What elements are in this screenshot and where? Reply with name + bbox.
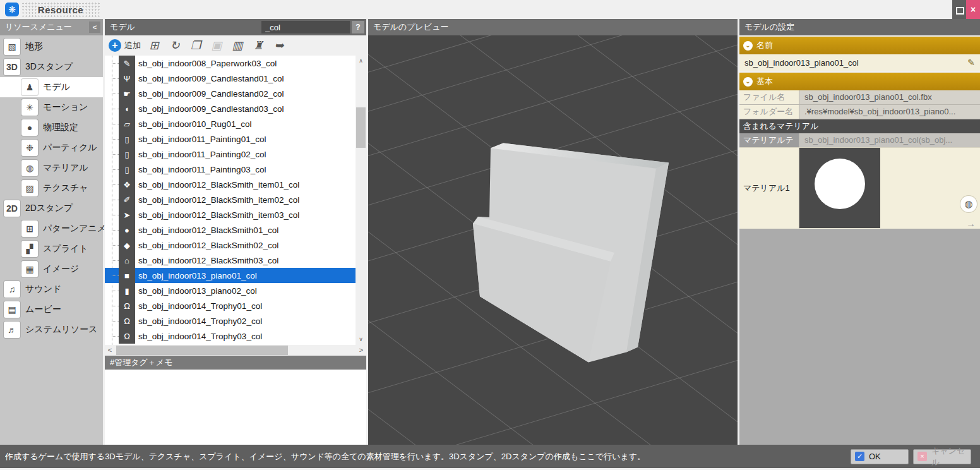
sidebar-item-label: 物理設定 <box>43 122 78 133</box>
new-folder-icon[interactable]: ⊞ <box>147 39 161 52</box>
model-thumbnail-icon: ● <box>119 222 135 238</box>
settings-field-row: フォルダー名 .¥res¥model¥sb_obj_indoor013_pian… <box>739 105 980 119</box>
movie-icon: ▤ <box>4 301 20 318</box>
sidebar-item-material[interactable]: ◍ マテリアル <box>0 158 103 178</box>
sidebar-item-2d-stamp[interactable]: 2D 2Dスタンプ <box>0 198 103 219</box>
model-list-item[interactable]: Ψ sb_obj_indoor009_Candlestand01_col <box>105 71 356 86</box>
model-list-item[interactable]: Ω sb_obj_indoor014_Trophy02_col <box>105 313 356 328</box>
app-icon: ❋ <box>5 3 19 16</box>
sidebar-item-physics[interactable]: ● 物理設定 <box>0 118 103 138</box>
sidebar-items: ▧ 地形 3D 3Dスタンプ ♟ モデル ✳ モーション ● 物理設定 <box>0 35 103 340</box>
model-list-item[interactable]: ✐ sb_obj_indoor012_BlackSmith_item02_col <box>105 192 356 207</box>
scroll-up-arrow[interactable]: ∧ <box>356 56 366 66</box>
model-name: sb_obj_indoor009_Candlestand03_col <box>138 104 284 114</box>
sidebar-item-sound[interactable]: ♫ サウンド <box>0 279 103 299</box>
tree-stub <box>112 124 119 124</box>
sidebar-item-3d-stamp[interactable]: 3D 3Dスタンプ <box>0 57 103 77</box>
sidebar-item-motion[interactable]: ✳ モーション <box>0 97 103 118</box>
physics-icon: ● <box>21 119 38 136</box>
resource-window: ❋ Resource × リソースメニュー < ▧ 地形 3D 3Dスタンプ <box>0 0 980 470</box>
sidebar-item-system-resource[interactable]: ♬ システムリソース <box>0 320 103 340</box>
model-list-item[interactable]: ▯ sb_obj_indoor011_Painting03_col <box>105 162 356 177</box>
model-list-item[interactable]: Ω sb_obj_indoor014_Trophy01_col <box>105 298 356 313</box>
tree-stub <box>112 139 119 140</box>
model-thumbnail-icon: Ω <box>119 298 135 313</box>
sidebar-item-model[interactable]: ♟ モデル <box>0 77 103 97</box>
sidebar-item-texture[interactable]: ▨ テクスチャ <box>0 178 103 198</box>
model-name: sb_obj_indoor011_Painting02_col <box>138 150 266 159</box>
filter-input[interactable] <box>261 21 350 33</box>
add-button-label: 追加 <box>124 40 141 51</box>
basic-section-header[interactable]: ⌄ 基本 <box>739 71 980 90</box>
sidebar-item-movie[interactable]: ▤ ムービー <box>0 299 103 320</box>
sidebar-item-terrain[interactable]: ▧ 地形 <box>0 37 103 57</box>
name-value-row[interactable]: sb_obj_indoor013_piano01_col ✎ <box>739 54 980 71</box>
model-name: sb_obj_indoor008_Paperwork03_col <box>138 59 277 68</box>
sidebar-item-sprite[interactable]: ▞ スプライト <box>0 239 103 259</box>
sidebar-item-particle[interactable]: ❉ パーティクル <box>0 138 103 158</box>
export-icon[interactable]: ➥ <box>272 39 286 52</box>
stamp-icon[interactable]: ♜ <box>251 39 265 52</box>
scroll-left-arrow[interactable]: < <box>105 345 115 356</box>
scroll-right-arrow[interactable]: > <box>356 345 366 356</box>
model-list-item[interactable]: ➤ sb_obj_indoor012_BlackSmith_item03_col <box>105 207 356 222</box>
model-list-item[interactable]: ✎ sb_obj_indoor008_Paperwork03_col <box>105 56 356 71</box>
model-list-item[interactable]: ◖ sb_obj_indoor009_Candlestand03_col <box>105 101 356 116</box>
trash-icon[interactable]: ▥ <box>230 39 244 52</box>
model-list-item[interactable]: ▱ sb_obj_indoor010_Rug01_col <box>105 116 356 131</box>
material-row: マテリアル1 ◍ → <box>739 147 980 229</box>
model-list-item[interactable]: ⌂ sb_obj_indoor012_BlackSmith03_col <box>105 253 356 268</box>
model-list-item[interactable]: ● sb_obj_indoor012_BlackSmith01_col <box>105 222 356 238</box>
model-list-item[interactable]: ▯ sb_obj_indoor011_Painting02_col <box>105 147 356 162</box>
field-label: フォルダー名 <box>739 105 799 119</box>
texture-icon: ▨ <box>21 180 38 196</box>
chevron-down-icon: ⌄ <box>743 41 753 51</box>
model-list-item[interactable]: ▯ sb_obj_indoor011_Painting01_col <box>105 131 356 147</box>
vertical-scroll-thumb[interactable] <box>356 107 366 148</box>
horizontal-scrollbar[interactable]: < > <box>105 345 366 356</box>
material-texture-thumbnail[interactable] <box>799 148 880 228</box>
sidebar-item-pattern-anime[interactable]: ⊞ パターンアニメ <box>0 219 103 239</box>
ok-checkbox-icon: ✓ <box>855 452 864 461</box>
model-list-item[interactable]: ▮ sb_obj_indoor013_piano02_col <box>105 283 356 298</box>
ok-button[interactable]: ✓ OK <box>851 449 909 464</box>
material-arrow-icon[interactable]: → <box>966 218 976 229</box>
name-section-header[interactable]: ⌄ 名前 <box>739 35 980 54</box>
material-texture-row: マテリアルテク... sb_obj_indoor013_piano01_col(… <box>739 133 980 147</box>
settings-panel-title: モデルの設定 <box>744 21 794 33</box>
status-text: 作成するゲームで使用する3Dモデル、テクスチャ、スプライト、イメージ、サウンド等… <box>5 451 846 462</box>
edit-pencil-icon[interactable]: ✎ <box>967 57 975 68</box>
settings-field-row: ファイル名 sb_obj_indoor013_piano01_col.fbx <box>739 90 980 105</box>
model-thumbnail-icon: Ω <box>119 313 135 328</box>
tag-memo-area[interactable] <box>105 370 366 445</box>
model-list-item[interactable]: ◆ sb_obj_indoor012_BlackSmith02_col <box>105 238 356 253</box>
paste-icon[interactable]: ▣ <box>210 39 224 52</box>
sidebar-header-label: リソースメニュー <box>5 21 72 33</box>
maximize-button[interactable] <box>952 0 966 19</box>
model-list-item[interactable]: ■ sb_obj_indoor013_piano01_col <box>105 268 356 283</box>
model-name: sb_obj_indoor012_BlackSmith02_col <box>138 241 278 250</box>
scroll-down-arrow[interactable]: ∨ <box>356 334 366 345</box>
cancel-button[interactable]: × キャンセル <box>913 449 971 464</box>
help-button[interactable]: ? <box>352 21 364 33</box>
model-name: sb_obj_indoor009_Candlestand02_col <box>138 89 284 99</box>
sidebar-collapse-button[interactable]: < <box>89 21 100 33</box>
model-name: sb_obj_indoor011_Painting01_col <box>138 135 266 144</box>
close-button[interactable]: × <box>966 0 980 19</box>
horizontal-scroll-thumb[interactable] <box>116 346 288 355</box>
refresh-icon[interactable]: ↻ <box>168 39 182 52</box>
sidebar-item-image[interactable]: ▦ イメージ <box>0 259 103 279</box>
duplicate-icon[interactable]: ❐ <box>189 39 203 52</box>
model-preview-viewport[interactable] <box>368 35 738 445</box>
model-thumbnail-icon: ■ <box>119 268 135 283</box>
model-list-item[interactable]: ❖ sb_obj_indoor012_BlackSmith_item01_col <box>105 177 356 192</box>
model-thumbnail-icon: Ω <box>119 328 135 344</box>
replace-material-icon[interactable]: ◍ <box>960 196 977 212</box>
preview-panel: モデルのプレビュー <box>368 19 738 445</box>
vertical-scrollbar[interactable]: ∧ ∨ <box>356 56 366 345</box>
add-button[interactable]: + 追加 <box>109 39 141 52</box>
model-list-item[interactable]: Ω sb_obj_indoor014_Trophy03_col <box>105 328 356 344</box>
sidebar-item-label: サウンド <box>25 284 61 295</box>
tree-stub <box>112 245 119 246</box>
model-list-item[interactable]: ☛ sb_obj_indoor009_Candlestand02_col <box>105 86 356 101</box>
